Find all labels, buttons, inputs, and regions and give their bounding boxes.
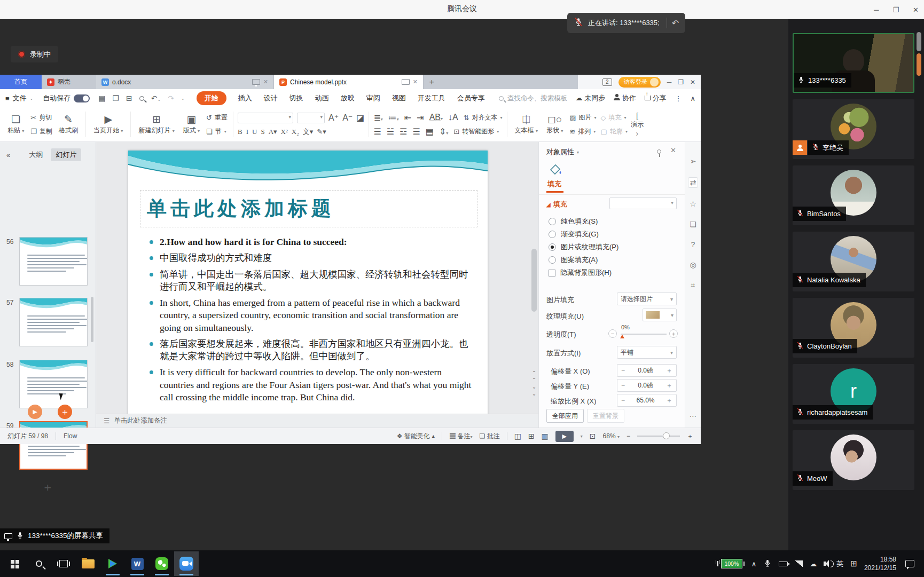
distribute-icon[interactable]: ▤ <box>426 127 434 137</box>
file-explorer-button[interactable] <box>76 551 100 576</box>
task-view-button[interactable] <box>51 551 76 576</box>
participant-tile[interactable]: ClaytonBoylan <box>793 298 914 358</box>
font-style-button-U[interactable]: U <box>252 128 257 136</box>
sort-icon[interactable]: ↓A <box>448 113 458 122</box>
save-icon[interactable]: ▤ <box>98 94 105 102</box>
ribbon-tab-放映[interactable]: 放映 <box>341 93 355 103</box>
collaborate-button[interactable]: 协作 <box>614 93 636 103</box>
wps-close-icon[interactable]: ✕ <box>690 78 695 86</box>
navigate-icon[interactable]: ◎ <box>690 260 696 269</box>
add-slide-button[interactable]: ＋ <box>42 479 53 495</box>
restore-toolbar-icon[interactable]: ↶ <box>672 18 679 28</box>
fill-option-radio[interactable]: 图案填充(A) <box>549 255 598 265</box>
file-menu[interactable]: ≡ 文件 ⌄ <box>5 93 33 103</box>
panel-close-icon[interactable]: ✕ <box>670 146 676 154</box>
fill-option-radio[interactable]: 图片或纹理填充(P) <box>549 242 618 252</box>
panel-tab-幻灯片[interactable]: 幻灯片 <box>51 148 81 161</box>
font-style-button-S[interactable]: S <box>261 128 264 136</box>
outline-button[interactable]: ▢轮廓 ▾ <box>601 127 628 136</box>
document-tab[interactable]: PChinese model.pptx✕ <box>274 75 424 89</box>
font-size-select[interactable] <box>297 113 325 123</box>
present-group-edge[interactable]: [演示› <box>631 109 644 139</box>
zoom-level[interactable]: 68% ▾ <box>603 432 620 440</box>
properties-icon[interactable]: ⇄ <box>688 177 699 188</box>
participant-tile[interactable]: 李绝吴 <box>793 99 914 159</box>
collapse-panel-icon[interactable]: « <box>6 151 10 159</box>
volume-icon[interactable] <box>824 562 826 566</box>
power-status[interactable]: 100% <box>717 559 745 568</box>
slide-page[interactable]: 单击此处添加标题 2.How and how hard it is for Ch… <box>128 151 488 414</box>
line-spacing-icon[interactable]: ⇕▾ <box>439 127 448 137</box>
comments-button[interactable]: ❏ 批注 <box>480 432 500 441</box>
panel-tab-大纲[interactable]: 大纲 <box>24 148 48 161</box>
document-tab[interactable]: Wo.docx✕ <box>96 75 274 89</box>
section-button[interactable]: ❏节 ▾ <box>206 127 228 136</box>
sidebar-scrollbar[interactable] <box>917 32 921 51</box>
mode-label[interactable]: Flow <box>64 432 77 440</box>
fill-option-radio[interactable]: 渐变填充(G) <box>549 230 599 239</box>
slider-thumb[interactable] <box>620 335 624 338</box>
ribbon-tab-视图[interactable]: 视图 <box>392 93 406 103</box>
scale-x-stepper[interactable]: −65.0%＋ <box>617 394 677 407</box>
participant-tile[interactable]: 133****6335 <box>793 33 914 93</box>
cloud-icon[interactable]: ☁ <box>810 560 817 568</box>
tab-home[interactable]: 首页 <box>0 75 42 89</box>
align-right-icon[interactable]: ☲ <box>400 127 407 137</box>
font-name-select[interactable] <box>238 113 293 123</box>
start-button[interactable] <box>2 551 27 576</box>
more-menu-icon[interactable]: ⋮ <box>675 94 682 102</box>
participant-tile[interactable]: Natalia Kowalska <box>793 232 914 291</box>
slide-thumbnail-56[interactable] <box>19 237 88 286</box>
video-app-button[interactable] <box>100 551 125 576</box>
close-tab-icon[interactable]: ✕ <box>413 78 418 85</box>
hidden-icons-chevron[interactable]: ∧ <box>751 560 757 568</box>
panes-icon[interactable]: ❏ <box>690 220 696 228</box>
tools-icon[interactable]: ⌗ <box>691 281 695 290</box>
picture-button[interactable]: ▨图片 ▾ <box>569 113 596 122</box>
participant-tile[interactable]: BimSantos <box>793 165 914 225</box>
ribbon-tab-插入[interactable]: 插入 <box>238 93 252 103</box>
ribbon-tab-开始[interactable]: 开始 <box>197 91 226 105</box>
ribbon-tab-设计[interactable]: 设计 <box>264 93 278 103</box>
zoom-out-icon[interactable]: − <box>627 432 630 440</box>
collapse-ribbon-icon[interactable]: ∧ <box>690 94 695 102</box>
fill-option-radio[interactable]: 纯色填充(S) <box>549 217 598 226</box>
prev-slide-icon[interactable]: ⌃ <box>530 377 538 383</box>
font-style-button-B[interactable]: B <box>238 128 242 136</box>
increase-font-icon[interactable]: A⁺ <box>328 113 339 123</box>
taskbar-clock[interactable]: 18:58 2021/12/15 <box>864 555 896 572</box>
offset-x-stepper[interactable]: −0.0磅＋ <box>617 364 677 377</box>
paste-button[interactable]: ❏粘贴 ▾ <box>3 109 28 139</box>
grid-view-icon[interactable]: ⊞ <box>528 432 535 440</box>
ribbon-tab-开发工具[interactable]: 开发工具 <box>418 93 445 103</box>
layout-button[interactable]: ▣版式 ▾ <box>179 109 204 139</box>
align-center-icon[interactable]: ☱ <box>387 127 394 137</box>
play-options-icon[interactable]: ▾ <box>581 434 583 439</box>
textbox-button[interactable]: ⎅文本框 ▾ <box>511 109 542 139</box>
number-list-icon[interactable]: ≔▾ <box>388 113 399 123</box>
wps-restore-icon[interactable]: ❐ <box>678 78 684 86</box>
bullet-list-icon[interactable]: ≣▾ <box>373 113 382 123</box>
slide-thumbnail-58[interactable] <box>19 360 88 408</box>
indent-icon[interactable]: ⇥ <box>417 113 424 123</box>
export-icon[interactable]: ❐ <box>113 94 120 102</box>
apply-all-button[interactable]: 全部应用 <box>546 409 584 423</box>
tencent-meeting-button[interactable] <box>174 551 199 576</box>
beautify-button[interactable]: ❖ 智能美化 ▴ <box>397 432 435 441</box>
panel-scrollbar[interactable] <box>91 297 93 342</box>
fill-button[interactable]: ◇填充 ▾ <box>601 113 628 122</box>
sync-status[interactable]: ☁ 未同步 <box>576 93 606 103</box>
notification-center-icon[interactable] <box>905 560 914 567</box>
read-view-icon[interactable]: ▥ <box>542 432 549 440</box>
zoom-slider[interactable] <box>637 436 680 437</box>
window-count-badge[interactable]: 2 <box>602 78 612 86</box>
next-slide-icon[interactable]: ⌄ <box>530 391 538 397</box>
to-smart-graphic-button[interactable]: ⊡转智能图形▾ <box>453 127 499 136</box>
ribbon-tab-审阅[interactable]: 审阅 <box>366 93 380 103</box>
normal-view-icon[interactable]: ◫ <box>514 432 521 440</box>
zoom-in-icon[interactable]: ＋ <box>687 432 693 441</box>
play-slide-hover-button[interactable]: ▶ <box>28 405 42 419</box>
participant-tile[interactable]: rrichardappiatsesam <box>793 364 914 424</box>
ribbon-tab-动画[interactable]: 动画 <box>315 93 329 103</box>
play-from-page-button[interactable]: ▶当页开始 ▾ <box>89 109 127 139</box>
